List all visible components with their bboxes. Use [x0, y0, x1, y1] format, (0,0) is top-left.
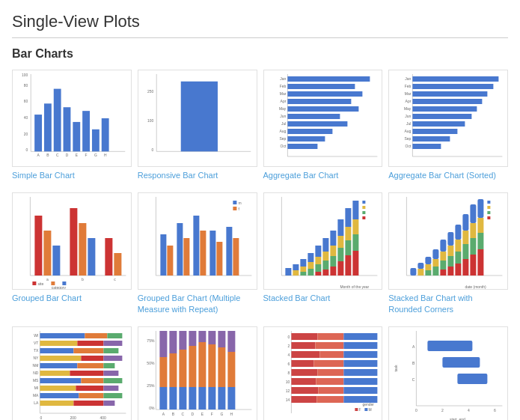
- svg-rect-208: [40, 378, 81, 383]
- chart-box-simple-bar[interactable]: 0 20 40 60 80 100 A B C D E: [12, 70, 132, 167]
- svg-text:NM: NM: [33, 363, 39, 368]
- svg-text:B: B: [46, 153, 49, 157]
- svg-rect-242: [179, 331, 186, 350]
- chart-label-grouped-bar[interactable]: Grouped Bar Chart: [12, 293, 82, 303]
- svg-rect-284: [313, 360, 343, 367]
- svg-text:4: 4: [468, 408, 470, 413]
- svg-rect-57: [413, 99, 483, 104]
- svg-text:start, end: start, end: [450, 417, 465, 420]
- svg-rect-102: [226, 227, 232, 276]
- svg-rect-185: [488, 211, 491, 214]
- svg-rect-139: [352, 201, 358, 219]
- svg-rect-238: [159, 387, 167, 410]
- chart-box-grouped-bar[interactable]: site a b c category: [12, 192, 132, 290]
- svg-text:F: F: [211, 412, 213, 416]
- svg-text:G: G: [94, 153, 97, 157]
- chart-box-grouped-bar-multiple[interactable]: m f: [138, 192, 257, 290]
- svg-text:10: 10: [285, 380, 290, 384]
- svg-rect-177: [471, 238, 477, 255]
- svg-rect-146: [362, 216, 365, 219]
- svg-text:F: F: [358, 407, 361, 412]
- svg-text:b: b: [82, 277, 84, 281]
- chart-label-stacked-bar[interactable]: Stacked Bar Chart: [263, 293, 331, 303]
- svg-rect-132: [337, 236, 343, 248]
- svg-rect-99: [200, 231, 206, 276]
- svg-rect-100: [209, 231, 215, 276]
- chart-label-simple-bar[interactable]: Simple Bar Chart: [12, 170, 75, 180]
- svg-text:Jul: Jul: [281, 121, 285, 126]
- svg-rect-161: [441, 261, 447, 270]
- svg-rect-290: [316, 378, 343, 385]
- svg-rect-237: [159, 357, 167, 387]
- svg-rect-205: [40, 371, 70, 376]
- svg-rect-123: [322, 238, 328, 252]
- chart-box-horizontal-stacked[interactable]: WI VT TX NY NM ND MS MI MA LA 0 200 400 …: [12, 326, 132, 420]
- svg-rect-127: [330, 231, 336, 246]
- svg-rect-209: [81, 378, 103, 383]
- svg-text:0%: 0%: [149, 406, 155, 410]
- svg-text:Oct: Oct: [280, 144, 286, 148]
- svg-rect-287: [317, 369, 343, 376]
- svg-rect-199: [40, 356, 81, 361]
- svg-rect-10: [54, 89, 61, 152]
- svg-text:Jul: Jul: [406, 121, 411, 126]
- chart-label-aggregate-bar-sorted[interactable]: Aggregate Bar Chart (Sorted): [388, 170, 496, 180]
- svg-rect-192: [107, 333, 122, 338]
- chart-item-simple-bar: 0 20 40 60 80 100 A B C D E: [12, 70, 132, 180]
- svg-rect-283: [291, 360, 313, 367]
- svg-rect-202: [40, 363, 77, 368]
- svg-rect-29: [180, 82, 217, 152]
- chart-label-stacked-bar-rounded[interactable]: Stacked Bar Chart with Rounded Corners: [388, 293, 508, 314]
- chart-box-aggregate-bar-sorted[interactable]: Jan Feb Mar Apr May Jun Jul Aug Sep Oct: [388, 70, 508, 167]
- svg-rect-9: [44, 103, 52, 151]
- svg-text:2: 2: [287, 344, 290, 348]
- svg-text:category: category: [52, 285, 67, 290]
- svg-text:400: 400: [100, 416, 106, 420]
- svg-rect-104: [233, 201, 236, 204]
- chart-box-responsive-bar[interactable]: 0 100 250: [138, 70, 257, 167]
- chart-box-aggregate-bar[interactable]: Jan Feb Mar Apr May Jun Jul Aug Sep Oct: [263, 70, 383, 167]
- svg-text:25%: 25%: [147, 383, 155, 388]
- svg-text:TX: TX: [34, 348, 39, 353]
- svg-rect-122: [315, 272, 321, 276]
- svg-text:A: A: [412, 344, 415, 349]
- chart-item-aggregate-bar-sorted: Jan Feb Mar Apr May Jun Jul Aug Sep Oct …: [388, 70, 508, 180]
- svg-text:8: 8: [287, 371, 290, 375]
- svg-rect-32: [287, 76, 370, 82]
- svg-text:50%: 50%: [147, 361, 155, 365]
- svg-text:Oct: Oct: [406, 144, 412, 148]
- svg-text:May: May: [404, 106, 412, 111]
- chart-label-grouped-bar-multiple[interactable]: Grouped Bar Chart (Multiple Measure with…: [138, 293, 257, 314]
- svg-rect-134: [337, 261, 343, 276]
- svg-text:Jan: Jan: [280, 76, 286, 81]
- chart-box-normalized-stacked-labels[interactable]: 0 2 4 6 8 10 12 14 F M gender: [263, 326, 383, 420]
- chart-label-responsive-bar[interactable]: Responsive Bar Chart: [138, 170, 218, 180]
- chart-box-gantt[interactable]: A B C task 0 2 4 6 start, end: [388, 326, 508, 420]
- svg-rect-183: [488, 201, 491, 204]
- svg-rect-289: [291, 378, 316, 385]
- svg-rect-157: [433, 259, 439, 267]
- svg-rect-114: [300, 267, 306, 272]
- svg-text:WI: WI: [34, 333, 38, 338]
- svg-rect-281: [319, 351, 343, 358]
- svg-rect-116: [308, 253, 313, 262]
- svg-text:C: C: [56, 153, 59, 157]
- svg-rect-239: [169, 331, 177, 353]
- svg-rect-54: [413, 76, 499, 82]
- svg-rect-59: [413, 114, 472, 119]
- chart-box-normalized-stacked[interactable]: 0% 25% 50% 75% A B C D E F G H age: [138, 326, 257, 420]
- svg-rect-39: [287, 129, 332, 134]
- chart-box-stacked-bar-rounded[interactable]: date (month): [388, 192, 508, 290]
- chart-label-aggregate-bar[interactable]: Aggregate Bar Chart: [263, 170, 339, 180]
- svg-text:date (month): date (month): [465, 284, 487, 289]
- svg-text:0: 0: [287, 335, 290, 339]
- svg-text:G: G: [220, 412, 223, 416]
- svg-rect-60: [413, 121, 465, 127]
- svg-rect-151: [418, 263, 424, 269]
- svg-rect-40: [287, 136, 325, 141]
- svg-rect-33: [287, 84, 355, 89]
- chart-box-stacked-bar[interactable]: Month of the year: [263, 192, 383, 290]
- svg-rect-14: [92, 130, 100, 152]
- svg-rect-241: [169, 387, 177, 410]
- svg-rect-38: [287, 121, 347, 127]
